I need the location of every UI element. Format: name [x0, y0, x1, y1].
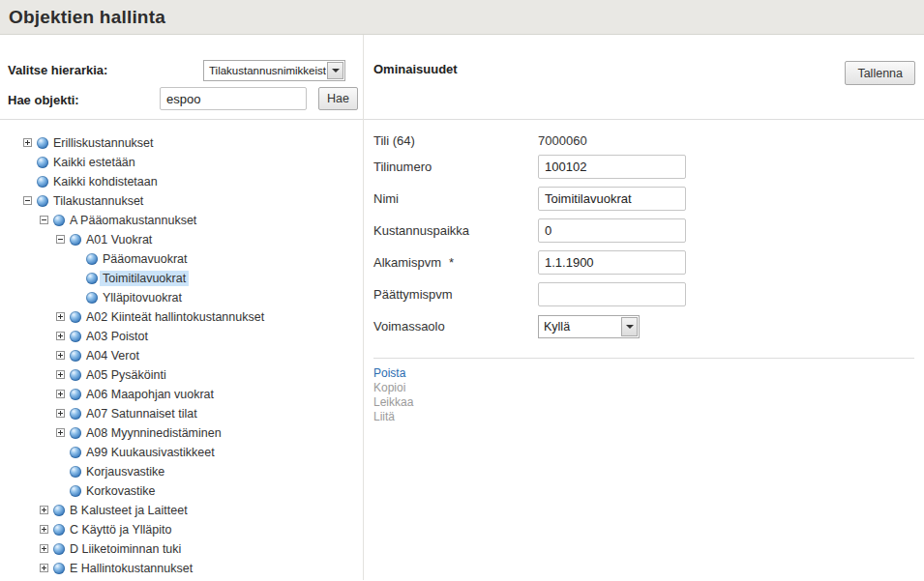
tree-item[interactable]: C Käyttö ja Ylläpito: [0, 520, 363, 539]
field-input-kustannuspaikka[interactable]: [538, 218, 686, 243]
tree-item[interactable]: Korjausvastike: [0, 462, 363, 481]
action-link-poista[interactable]: Poista: [373, 366, 914, 381]
field-label-text: Nimi: [373, 191, 399, 206]
field-label: Tilinumero: [373, 160, 538, 174]
expand-plus-icon[interactable]: [21, 133, 36, 153]
tree-item-label[interactable]: A99 Kuukausivastikkeet: [83, 445, 218, 460]
tree-item-label[interactable]: A01 Vuokrat: [83, 232, 155, 247]
tree-item[interactable]: Erilliskustannukset: [0, 133, 363, 153]
expand-plus-icon[interactable]: [54, 404, 69, 423]
tree-item-label[interactable]: A05 Pysäköinti: [83, 367, 169, 383]
tree-item-label[interactable]: A08 Myynninedistäminen: [83, 425, 224, 441]
tree-item[interactable]: A99 Kuukausivastikkeet: [0, 443, 363, 462]
tree-item-label[interactable]: Kaikki kohdistetaan: [50, 174, 161, 189]
tree-item-label[interactable]: A03 Poistot: [83, 329, 151, 344]
left-panel: Valitse hierarkia: Tilakustannusnimikkei…: [0, 35, 364, 580]
tree-item-label[interactable]: A02 Kiinteät hallintokustannukset: [83, 309, 267, 325]
tree-item[interactable]: A03 Poistot: [0, 327, 363, 346]
tree-item[interactable]: A02 Kiinteät hallintokustannukset: [0, 307, 363, 327]
form-row: Alkamispvm*: [373, 250, 914, 275]
search-input[interactable]: [160, 87, 307, 110]
expand-plus-icon[interactable]: [54, 327, 69, 346]
object-tree: ErilliskustannuksetKaikki estetäänKaikki…: [0, 120, 363, 580]
expand-plus-icon[interactable]: [54, 307, 69, 327]
field-label-text: Tilinumero: [373, 160, 432, 174]
chevron-down-icon: [327, 62, 343, 79]
tree-item[interactable]: D Liiketoiminnan tuki: [0, 539, 363, 559]
tree-item-label[interactable]: Ylläpitovuokrat: [100, 290, 185, 305]
properties-form: Tili (64)7000060TilinumeroNimiKustannusp…: [364, 120, 924, 346]
field-value-tili-64: 7000060: [538, 133, 587, 148]
hierarchy-label: Valitse hierarkia:: [8, 63, 107, 77]
save-button[interactable]: Tallenna: [845, 61, 915, 85]
tree-item-label[interactable]: A07 Satunnaiset tilat: [83, 406, 200, 421]
expander-spacer: [71, 249, 85, 269]
tree-item-label[interactable]: A06 Maapohjan vuokrat: [83, 387, 217, 402]
tree-item-label[interactable]: Korkovastike: [83, 483, 159, 499]
tree-node-sphere-icon: [52, 559, 67, 578]
tree-item-label[interactable]: Kaikki estetään: [50, 155, 138, 170]
tree-node-sphere-icon: [69, 462, 83, 481]
tree-item[interactable]: Kaikki estetään: [0, 153, 363, 172]
form-row: Nimi: [373, 187, 914, 211]
tree-item[interactable]: A07 Satunnaiset tilat: [0, 404, 363, 423]
tree-item[interactable]: A05 Pysäköinti: [0, 365, 363, 385]
search-label: Hae objekti:: [8, 93, 79, 107]
tree-item[interactable]: A06 Maapohjan vuokrat: [0, 385, 363, 404]
expand-plus-icon[interactable]: [38, 539, 52, 559]
tree-item-label[interactable]: Erilliskustannukset: [50, 135, 157, 151]
expand-plus-icon[interactable]: [54, 346, 69, 365]
expand-plus-icon[interactable]: [54, 423, 69, 443]
tree-item[interactable]: A Pääomakustannukset: [0, 211, 363, 230]
tree-item-label[interactable]: A04 Verot: [83, 348, 142, 363]
hierarchy-select[interactable]: Tilakustannusnimikkeistö: [203, 60, 345, 81]
tree-node-sphere-icon: [36, 191, 50, 211]
search-button[interactable]: Hae: [318, 87, 358, 110]
tree-item[interactable]: Ylläpitovuokrat: [0, 288, 363, 307]
tree-item[interactable]: A04 Verot: [0, 346, 363, 365]
tree-item[interactable]: Pääomavuokrat: [0, 249, 363, 269]
tree-item-label[interactable]: Toimitilavuokrat: [100, 271, 189, 286]
field-select-voimassaolo[interactable]: Kyllä: [538, 315, 640, 338]
expand-plus-icon[interactable]: [54, 385, 69, 404]
tree-item-label[interactable]: Korjausvastike: [83, 464, 167, 479]
tree-item[interactable]: Kaikki kohdistetaan: [0, 172, 363, 191]
expander-spacer: [54, 443, 69, 462]
tree-item[interactable]: E Hallintokustannukset: [0, 559, 363, 578]
tree-item[interactable]: Korkovastike: [0, 481, 363, 501]
collapse-minus-icon[interactable]: [21, 191, 36, 211]
tree-item-label[interactable]: A Pääomakustannukset: [67, 213, 199, 228]
expand-plus-icon[interactable]: [38, 520, 52, 539]
tree-item-label[interactable]: Pääomavuokrat: [100, 251, 191, 267]
tree-item[interactable]: A08 Myynninedistäminen: [0, 423, 363, 443]
field-input-paattymispvm[interactable]: [538, 282, 686, 306]
expand-plus-icon[interactable]: [38, 501, 52, 520]
collapse-minus-icon[interactable]: [54, 230, 69, 249]
collapse-minus-icon[interactable]: [38, 211, 52, 230]
field-label-text: Tili (64): [373, 133, 415, 148]
field-input-nimi[interactable]: [538, 187, 686, 211]
tree-item-label[interactable]: E Hallintokustannukset: [67, 561, 195, 576]
chevron-down-icon: [621, 317, 638, 336]
form-row: VoimassaoloKyllä: [373, 314, 914, 338]
tree-item[interactable]: A01 Vuokrat: [0, 230, 363, 249]
tree-item-label[interactable]: C Käyttö ja Ylläpito: [67, 522, 174, 537]
tree-item[interactable]: Toimitilavuokrat: [0, 269, 363, 288]
action-link-liita: Liitä: [373, 410, 914, 424]
tree-node-sphere-icon: [69, 365, 83, 385]
field-input-tilinumero[interactable]: [538, 155, 686, 179]
tree-item[interactable]: Tilakustannukset: [0, 191, 363, 211]
field-label: Päättymispvm: [373, 287, 538, 302]
tree-item-label[interactable]: D Liiketoiminnan tuki: [67, 541, 184, 557]
properties-title: Ominaisuudet: [373, 62, 458, 76]
field-input-alkamispvm[interactable]: [538, 250, 686, 275]
page-title: Objektien hallinta: [9, 7, 165, 28]
field-label-text: Kustannuspaikka: [373, 223, 469, 238]
tree-item-label[interactable]: Tilakustannukset: [50, 193, 146, 209]
expand-plus-icon[interactable]: [38, 559, 52, 578]
tree-node-sphere-icon: [36, 133, 50, 153]
tree-item-label[interactable]: B Kalusteet ja Laitteet: [67, 503, 191, 518]
tree-item[interactable]: B Kalusteet ja Laitteet: [0, 501, 363, 520]
expand-plus-icon[interactable]: [54, 365, 69, 385]
field-label-text: Päättymispvm: [373, 287, 453, 302]
